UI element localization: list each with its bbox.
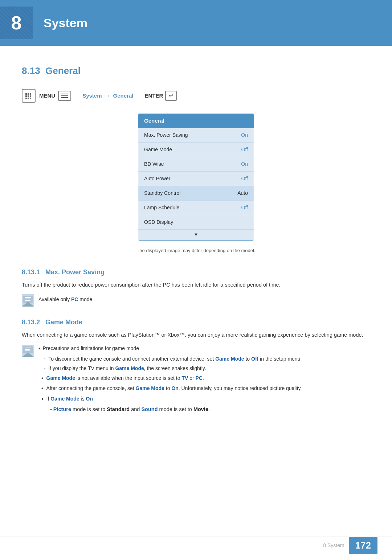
menu-panel: General Max. Power Saving On Game Mode O… (138, 114, 254, 241)
note-icon-1 (22, 294, 34, 307)
menu-item-value: On (241, 160, 248, 168)
game-mode-bullets-section: • Precautions and limitations for game m… (22, 345, 370, 419)
note-icon-2 (22, 345, 34, 357)
menu-item-value: Off (241, 204, 248, 212)
subsection-2-body: When connecting to a game console such a… (22, 331, 370, 340)
svg-marker-11 (24, 304, 32, 307)
menu-item-label: Standby Control (144, 189, 180, 197)
menu-item-label: Max. Power Saving (144, 131, 188, 139)
menu-item-label: BD Wise (144, 160, 164, 168)
menu-item-max-power-saving[interactable]: Max. Power Saving On (138, 128, 254, 143)
footer-label: 8 System (323, 542, 344, 549)
nav-arrow-3: → (136, 92, 142, 100)
menu-item-auto-power[interactable]: Auto Power Off (138, 172, 254, 186)
subsection-heading-2: 8.13.2 Game Mode (22, 317, 370, 327)
svg-rect-3 (25, 95, 27, 97)
svg-rect-19 (25, 349, 30, 350)
menu-panel-header: General (138, 114, 254, 128)
chapter-number: 8 (0, 7, 33, 39)
game-mode-picture-note: - Picture mode is set to Standard and So… (50, 405, 370, 414)
bullets-outer: • Precautions and limitations for game m… (38, 345, 370, 419)
menu-item-value: Off (241, 175, 248, 182)
nav-enter-bracket: ↵ (165, 91, 177, 101)
svg-rect-1 (28, 93, 29, 95)
svg-rect-2 (30, 93, 31, 95)
subsection-heading-1: 8.13.1 Max. Power Saving (22, 267, 370, 277)
svg-rect-14 (25, 300, 30, 301)
bullet-game-mode-tv: • Game Mode is not available when the in… (41, 374, 370, 382)
nav-enter-label: ENTER (144, 92, 163, 100)
bullet-game-mode-if: • If Game Mode is On (41, 395, 370, 403)
menu-item-label: OSD Display (144, 218, 173, 226)
svg-rect-7 (28, 98, 29, 99)
menu-scroll-indicator: ▼ (138, 230, 254, 241)
menu-icon (22, 89, 36, 103)
svg-rect-6 (25, 98, 27, 99)
page-footer: 8 System 172 (0, 537, 392, 554)
sub-bullets-group: ▪ To disconnect the game console and con… (44, 355, 370, 372)
note-row-1: Available only PC mode. (22, 294, 370, 307)
svg-rect-12 (25, 297, 31, 298)
nav-menu-label: MENU (39, 92, 55, 100)
nav-arrow-1: → (74, 92, 79, 100)
note-highlight: PC (71, 296, 78, 302)
page-header: 8 System (0, 0, 392, 46)
svg-rect-8 (30, 98, 31, 99)
nav-arrow-2: → (105, 92, 110, 100)
menu-panel-wrapper: General Max. Power Saving On Game Mode O… (22, 114, 370, 241)
svg-rect-5 (30, 95, 31, 97)
sub-bullet-1: ▪ To disconnect the game console and con… (44, 355, 370, 363)
menu-item-value: Off (241, 146, 248, 153)
svg-marker-17 (24, 354, 32, 357)
svg-rect-0 (25, 93, 27, 95)
chapter-title: System (44, 14, 87, 32)
subsection-1-body: Turns off the product to reduce power co… (22, 281, 370, 290)
menu-caption: The displayed image may differ depending… (22, 247, 370, 254)
nav-menu-bracket (58, 91, 71, 101)
footer-page-number: 172 (349, 537, 377, 554)
section-heading: 8.13 General (22, 64, 370, 78)
menu-item-value: On (241, 131, 248, 139)
bullet-main-precautions: • Precautions and limitations for game m… (38, 345, 370, 353)
sub-bullets-game-mode-on: - Picture mode is set to Standard and So… (50, 405, 370, 414)
menu-item-game-mode[interactable]: Game Mode Off (138, 143, 254, 157)
nav-path: MENU → System → General → ENTER ↵ (22, 89, 370, 103)
menu-item-standby-control[interactable]: Standby Control Auto (138, 186, 254, 201)
bullet-game-mode-on: • After connecting the game console, set… (41, 385, 370, 393)
menu-item-label: Auto Power (144, 175, 170, 182)
menu-item-bd-wise[interactable]: BD Wise On (138, 157, 254, 172)
content-area: 8.13 General MENU → System → General → (0, 46, 392, 445)
sub-bullet-2: ▪ If you display the TV menu in Game Mod… (44, 365, 370, 372)
svg-rect-4 (28, 95, 29, 97)
nav-general: General (113, 92, 134, 100)
svg-rect-18 (25, 348, 31, 348)
menu-item-label: Game Mode (144, 146, 172, 153)
menu-item-value: Auto (237, 189, 248, 197)
svg-rect-20 (25, 350, 30, 351)
menu-item-lamp-schedule[interactable]: Lamp Schedule Off (138, 201, 254, 215)
nav-system: System (82, 92, 102, 100)
menu-item-osd-display[interactable]: OSD Display (138, 215, 254, 230)
svg-rect-13 (25, 299, 30, 299)
menu-item-label: Lamp Schedule (144, 204, 179, 212)
note-text-1: Available only PC mode. (38, 294, 94, 303)
